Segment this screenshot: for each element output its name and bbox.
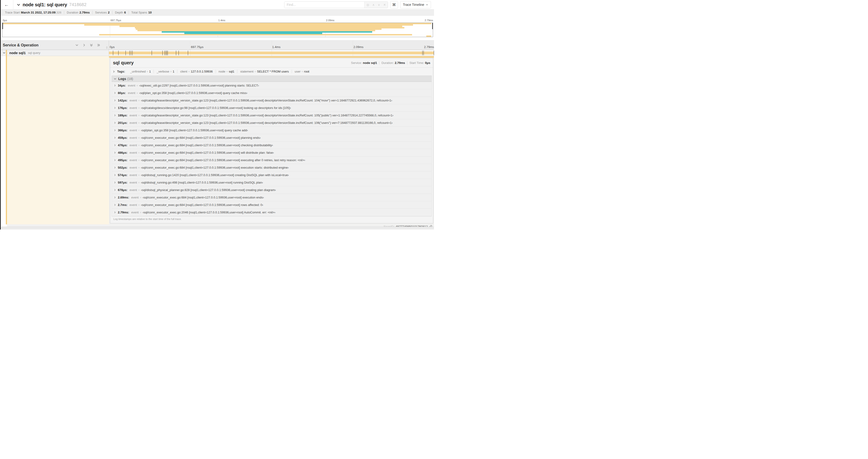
trace-info-item: Trace Start March 31 2022, 17:25:09.326 [2,11,64,14]
log-field-value: ‹sql/conn_executor_exec.go:684 [nsql1,cl… [141,143,273,147]
tags-expand-chevron-icon[interactable] [113,70,115,73]
keyboard-shortcuts-button[interactable]: ⌘ [390,1,398,8]
log-expand-chevron-icon[interactable] [114,204,116,206]
log-entry-row[interactable]: 495μs: event = ‹sql/conn_executor_exec.g… [112,157,431,164]
minimap-canvas[interactable] [2,23,433,37]
tag-key: user [295,70,301,73]
collapse-one-icon[interactable] [75,43,79,47]
logs-collapse-chevron-icon[interactable] [114,77,117,80]
log-expand-chevron-icon[interactable] [114,166,116,169]
log-expand-chevron-icon[interactable] [114,174,116,176]
next-result-icon[interactable]: ∨ [378,3,380,6]
tag-value: 1 [173,70,174,73]
log-expand-chevron-icon[interactable] [114,144,116,146]
log-timestamp: 189μs: [118,113,127,117]
log-entry-row[interactable]: 34μs: event = ‹sql/exec_util.go:2297 [ns… [112,82,431,89]
tag-item: _unfinished=1 [127,70,154,73]
log-timestamp: 366μs: [118,129,127,132]
span-collapse-chevron-icon[interactable] [3,51,6,54]
log-entry-row[interactable]: 142μs: event = ‹sql/catalog/lease/descri… [112,97,431,104]
info-value: 6 [124,11,126,14]
log-expand-chevron-icon[interactable] [114,92,116,94]
log-field-key: event [128,91,135,95]
log-entry-row[interactable]: 502μs: event = ‹sql/conn_executor_exec.g… [112,164,431,171]
ruler-tick-labels: 0μs697.75μs1.4ms2.09ms2.79ms [109,41,434,50]
trace-collapse-chevron-icon[interactable] [17,3,21,7]
span-row-timeline-cell[interactable] [109,50,434,56]
tag-item: client=127.0.0.1:59936 [177,70,216,73]
trace-id: 7418682 [69,2,86,7]
log-entry-row[interactable]: 486μs: event = ‹sql/conn_executor_exec.g… [112,149,431,157]
log-entry-row[interactable]: 189μs: event = ‹sql/catalog/lease/descri… [112,112,431,119]
expand-all-icon[interactable] [97,43,100,47]
viewport-handle-left[interactable] [2,23,3,29]
log-equals: = [140,196,142,199]
log-equals: = [138,166,140,169]
span-row-name-cell[interactable]: node sql1 sql query [0,50,109,56]
tag-value: root [304,70,309,73]
tag-value: sql1 [229,70,235,73]
column-resize-grip[interactable] [106,46,107,49]
log-expand-chevron-icon[interactable] [114,107,116,109]
log-expand-chevron-icon[interactable] [114,181,116,184]
find-group: ◎ ∧ ∨ ✕ [284,1,388,8]
log-expand-chevron-icon[interactable] [114,211,116,214]
log-expand-chevron-icon[interactable] [114,129,116,132]
info-label: Duration [67,11,78,14]
log-entry-row[interactable]: 2.7ms: event = ‹sql/conn_executor_exec.g… [112,201,431,209]
log-entry-row[interactable]: 476μs: event = ‹sql/conn_executor_exec.g… [112,141,431,149]
log-equals: = [138,159,140,162]
back-button[interactable]: ← [0,0,13,9]
clear-search-icon[interactable]: ✕ [383,3,386,6]
log-field-key: event [131,210,138,214]
log-expand-chevron-icon[interactable] [114,151,116,154]
expand-one-icon[interactable] [82,43,86,47]
log-entry-row[interactable]: 678μs: event = ‹sql/distsql_physical_pla… [112,186,431,194]
prev-result-icon[interactable]: ∧ [372,3,375,6]
log-entry-row[interactable]: 459μs: event = ‹sql/conn_executor_exec.g… [112,134,431,141]
log-entry-row[interactable]: 2.79ms: event = ‹sql/conn_executor_exec.… [112,209,431,216]
log-expand-chevron-icon[interactable] [114,99,116,102]
log-entry-row[interactable]: 597μs: event = ‹sql/distsql_running.go:4… [112,179,431,186]
log-expand-chevron-icon[interactable] [114,114,116,117]
log-expand-chevron-icon[interactable] [114,159,116,161]
span-duration-bar[interactable] [109,52,434,54]
ruler-tick-label: 0μs [109,45,115,49]
logs-title: Logs [118,77,126,81]
log-expand-chevron-icon[interactable] [114,196,116,199]
log-expand-chevron-icon[interactable] [114,189,116,191]
detail-span-bar[interactable] [109,56,434,58]
log-field-key: event [129,129,137,132]
detail-left-column [0,56,109,229]
span-service-name: node sql1 [9,51,26,55]
tag-key: client [180,70,187,73]
log-field-value: ‹sql/distsql_physical_planner.go:828 [ns… [141,188,276,192]
log-timestamp: 678μs: [118,188,127,192]
view-selector-button[interactable]: Trace Timeline [400,1,431,8]
ruler-gridline [353,41,353,50]
timeline-header-left: Service & Operation [0,41,109,50]
log-entry-row[interactable]: 574μs: event = ‹sql/distsql_running.go:1… [112,171,431,179]
collapse-all-icon[interactable] [90,43,93,47]
log-timestamp: 574μs: [118,173,127,177]
log-expand-chevron-icon[interactable] [114,136,116,139]
log-timestamp: 502μs: [118,166,127,169]
find-input[interactable] [284,2,365,8]
viewport-handle-right[interactable] [432,23,433,29]
log-entry-row[interactable]: 80μs: event = ‹sql/plan_opt.go:358 [nsql… [112,89,431,97]
tags-accordion[interactable]: Tags: _unfinished=1 _verbose=1 client=12… [110,68,433,75]
log-entry-row[interactable]: 176μs: event = ‹sql/catalog/descs/descri… [112,104,431,112]
log-entry-row[interactable]: 201μs: event = ‹sql/catalog/lease/descri… [112,119,431,127]
span-detail-card: sql query Service:node sql1 Duration:2.7… [110,58,433,223]
match-highlight-icon[interactable]: ◎ [366,3,369,6]
log-field-key: event [129,181,137,184]
info-label: Depth [115,11,123,14]
logs-header[interactable]: Logs (18) [112,75,432,82]
back-arrow-icon: ← [4,2,9,7]
log-expand-chevron-icon[interactable] [114,84,116,87]
log-entry-row[interactable]: 366μs: event = ‹sql/plan_opt.go:358 [nsq… [112,127,431,134]
log-entry-row[interactable]: 2.69ms: event = ‹sql/conn_executor_exec.… [112,194,431,201]
log-equals: = [138,106,140,110]
log-field-value: ‹sql/catalog/descs/descriptor.go:98 [nsq… [141,106,291,110]
log-expand-chevron-icon[interactable] [114,122,116,124]
